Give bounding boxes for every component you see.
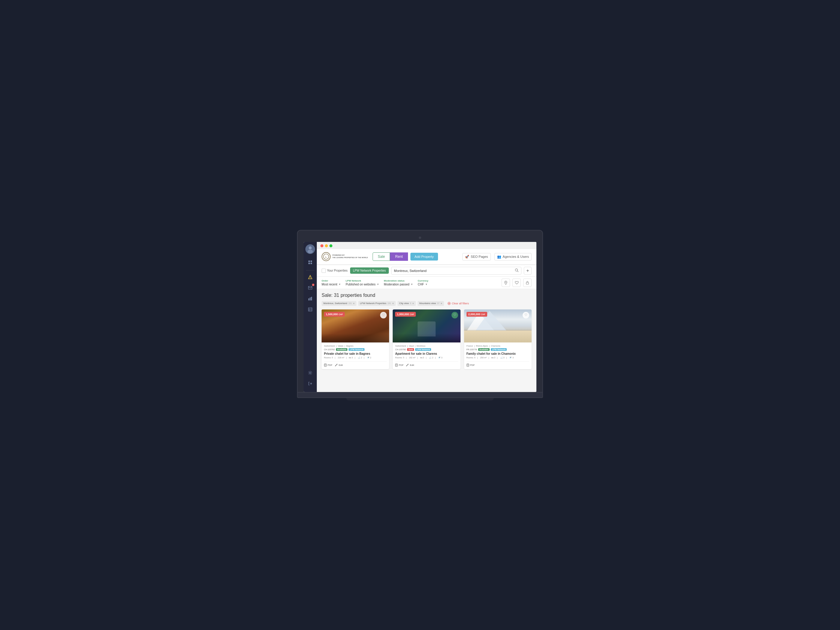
sold-badge: Sold [407, 348, 414, 351]
mail-badge: 1 [312, 283, 314, 286]
svg-rect-12 [310, 298, 311, 301]
svg-rect-5 [308, 263, 310, 264]
card-actions: PDF Edit [324, 361, 387, 367]
svg-rect-38 [467, 364, 469, 366]
laptop-screen: 1 [303, 242, 537, 392]
currency-dropdown[interactable]: Currency CHF ▼ [418, 279, 428, 286]
card-body: Switzerland | Valais | Bagnes CH-103782 … [322, 342, 389, 369]
screen-bezel: 1 [297, 230, 543, 393]
sidebar-item-settings[interactable] [305, 368, 315, 378]
svg-point-23 [515, 269, 518, 271]
filter-tag-mountainview: Mountains view 37 × [418, 301, 444, 306]
sidebar-item-alert[interactable] [305, 272, 315, 282]
clear-all-filters-button[interactable]: Clear all filters [446, 301, 471, 306]
svg-point-25 [505, 282, 507, 282]
lock-filter-btn[interactable] [523, 279, 532, 287]
filter-tag-close-mountainview[interactable]: × [441, 302, 442, 305]
agencies-users-button[interactable]: 👥 Agencies & Users [494, 253, 532, 261]
icon-buttons-group [502, 279, 532, 287]
moderation-dropdown[interactable]: Moderation status Moderation passed ▼ [384, 279, 413, 286]
laptop-base [297, 393, 543, 398]
laptop-foot [346, 398, 494, 400]
card-price-badge: 2,000,000 CHF [466, 312, 487, 317]
add-property-button[interactable]: Add Property [411, 253, 438, 261]
card-ref-row: FR-103778 Available LPW Network [466, 348, 529, 351]
svg-point-9 [310, 278, 311, 279]
order-dropdown[interactable]: Order Most recent ▼ [322, 279, 341, 286]
favorites-filter-btn[interactable] [512, 279, 521, 287]
card-body: France | Rhône-Alpes | Chamonix FR-10377… [464, 342, 532, 369]
lpw-badge: LPW Network [349, 348, 365, 351]
seo-pages-button[interactable]: 🚀 SEO Pages [462, 253, 491, 261]
pdf-button[interactable]: PDF [466, 364, 475, 367]
pdf-button[interactable]: PDF [324, 364, 332, 367]
laptop-camera [419, 236, 421, 239]
maximize-window-btn[interactable] [329, 244, 332, 247]
your-properties-checkbox[interactable]: Your Properties [322, 269, 348, 273]
location-filter-btn[interactable] [502, 279, 510, 287]
main-content: L Powered by THE LEADING PROPERTIES OF T… [317, 242, 537, 392]
card-favorite-button[interactable]: ♡ [523, 312, 529, 318]
svg-line-33 [337, 364, 337, 364]
dropdowns-bar: Order Most recent ▼ LPW Network Publishe… [317, 277, 537, 289]
svg-rect-4 [311, 261, 312, 262]
chevron-down-icon: ▼ [425, 283, 428, 286]
sidebar-item-grid[interactable] [305, 258, 315, 267]
sidebar-item-logout[interactable] [305, 379, 315, 388]
svg-rect-6 [311, 263, 312, 264]
pdf-button[interactable]: PDF [395, 364, 404, 367]
tab-sale[interactable]: Sale [373, 252, 390, 261]
filter-tag-montreux: Montreux, Switzerland 191 × [322, 301, 357, 306]
edit-button[interactable]: Edit [335, 364, 343, 367]
tab-rent[interactable]: Rent [390, 252, 408, 261]
card-location: France | Rhône-Alpes | Chamonix [466, 345, 529, 347]
logo-circle: L [322, 252, 331, 261]
svg-rect-26 [526, 282, 529, 284]
svg-point-1 [309, 247, 312, 249]
lpw-badge: LPW Network [415, 348, 431, 351]
content-area: Sale: 31 properties found Montreux, Swit… [317, 289, 537, 392]
sidebar-item-contacts[interactable] [305, 305, 315, 314]
people-icon: 👥 [497, 255, 501, 259]
filter-tag-close-lpw[interactable]: × [392, 302, 393, 305]
card-favorite-button[interactable]: ♡ [452, 312, 458, 318]
logo-text: Powered by THE LEADING PROPERTIES OF THE… [332, 254, 368, 259]
edit-button[interactable]: Edit [406, 364, 414, 367]
avatar[interactable] [305, 244, 315, 254]
rocket-icon: 🚀 [465, 255, 469, 259]
filter-tag-cityview: City view 6 × [398, 301, 416, 306]
property-card: 2,000,000 CHF ♡ France | Rhône-Alpes | C… [464, 309, 532, 369]
card-image: 1,950,000 CHF ♡ [393, 309, 460, 342]
close-window-btn[interactable] [321, 244, 324, 247]
filter-tag-close-cityview[interactable]: × [412, 302, 414, 305]
minimize-window-btn[interactable] [325, 244, 328, 247]
lpw-network-dropdown[interactable]: LPW Network Published on websites ▼ [346, 279, 379, 286]
filter-tags: Montreux, Switzerland 191 × LPW Network … [322, 301, 532, 306]
sidebar-item-chart[interactable] [305, 294, 315, 304]
svg-line-37 [408, 364, 408, 364]
sidebar-item-mail[interactable]: 1 [305, 283, 315, 293]
filter-tag-close-montreux[interactable]: × [353, 302, 355, 305]
search-icon[interactable] [515, 268, 519, 273]
svg-rect-11 [308, 298, 309, 301]
card-image: 2,000,000 CHF ♡ [464, 309, 532, 342]
cards-grid: 1,500,000 CHF ♡ Switzerland | Valais | B… [322, 309, 532, 369]
svg-rect-13 [311, 297, 312, 301]
lpw-network-filter-btn[interactable]: LPW Network Properties [350, 268, 389, 274]
card-price-badge: 1,950,000 CHF [395, 312, 416, 317]
chevron-down-icon: ▼ [377, 283, 379, 286]
results-title: Sale: 31 properties found [322, 293, 532, 298]
filters-bar: Your Properties LPW Network Properties [317, 265, 537, 277]
search-input[interactable] [394, 269, 515, 272]
property-card: 1,500,000 CHF ♡ Switzerland | Valais | B… [322, 309, 389, 369]
card-actions: PDF Edit [395, 361, 458, 367]
svg-point-2 [308, 250, 313, 253]
chevron-down-icon: ▼ [411, 283, 413, 286]
add-button[interactable]: + [524, 267, 532, 275]
card-favorite-button[interactable]: ♡ [380, 312, 387, 318]
search-bar [391, 267, 521, 275]
card-ref-row: CH-103782 Available LPW Network [324, 348, 387, 351]
card-ref-row: CH-103780 Sold LPW Network [395, 348, 458, 351]
card-title: Apartment for sale in Clarens [395, 352, 458, 355]
svg-rect-34 [395, 364, 398, 366]
